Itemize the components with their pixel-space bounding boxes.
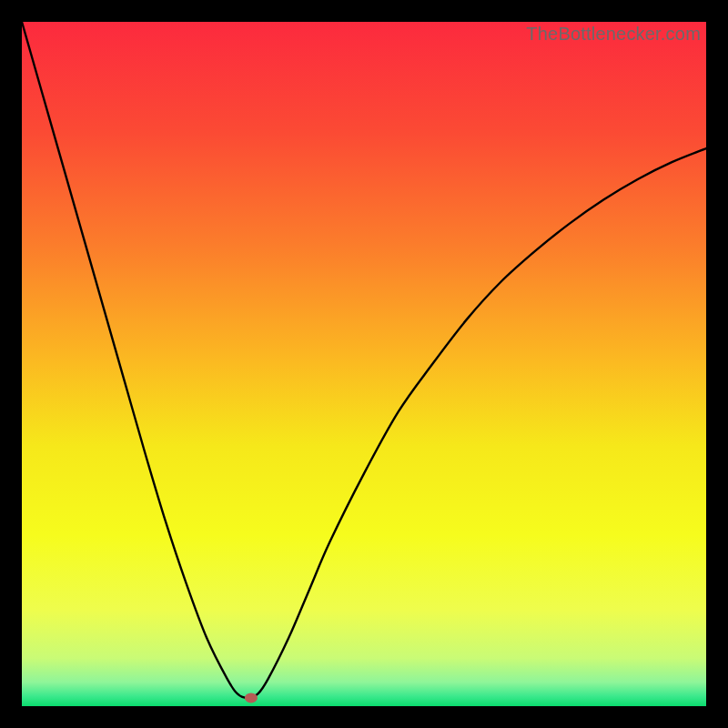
gradient-background xyxy=(22,22,706,706)
chart-svg xyxy=(22,22,706,706)
optimal-marker xyxy=(245,693,258,703)
plot-area: TheBottlenecker.com xyxy=(22,22,706,706)
chart-frame: TheBottlenecker.com xyxy=(0,0,728,728)
watermark-text: TheBottlenecker.com xyxy=(526,24,701,45)
